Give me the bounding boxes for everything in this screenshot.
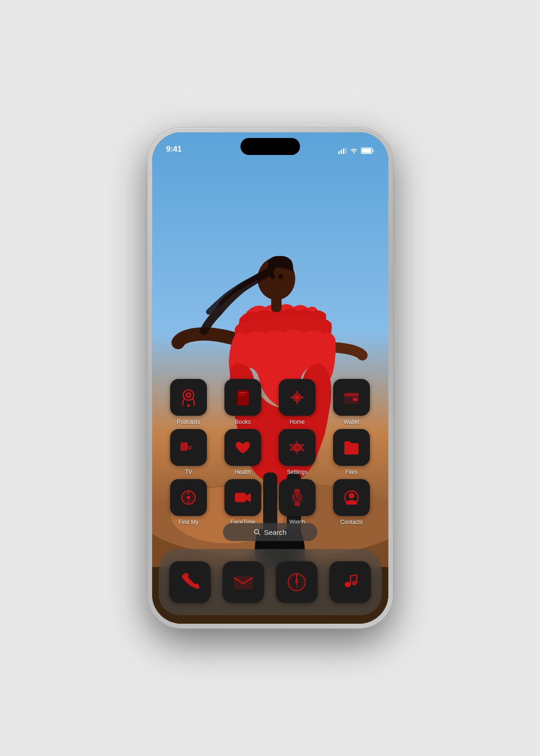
dock-scriptable[interactable] bbox=[276, 561, 317, 603]
findmy-label: Find My bbox=[179, 519, 199, 525]
findmy-icon bbox=[170, 479, 207, 516]
svg-rect-53 bbox=[234, 576, 252, 589]
app-watch[interactable]: Watch bbox=[274, 479, 321, 525]
files-label: Files bbox=[345, 469, 357, 475]
svg-rect-18 bbox=[373, 150, 374, 152]
app-tv[interactable]: tv TV bbox=[165, 429, 212, 475]
podcasts-icon bbox=[170, 379, 207, 416]
dock-music[interactable] bbox=[329, 561, 371, 603]
app-podcasts[interactable]: Podcasts bbox=[165, 379, 212, 425]
app-findmy[interactable]: Find My bbox=[165, 479, 212, 525]
svg-rect-13 bbox=[338, 151, 340, 154]
svg-text:tv: tv bbox=[185, 443, 192, 451]
status-icons bbox=[338, 147, 374, 154]
watch-icon bbox=[279, 479, 316, 516]
battery-icon bbox=[361, 147, 374, 154]
home-label: Home bbox=[290, 419, 305, 425]
app-grid: Podcasts Books bbox=[152, 379, 388, 529]
svg-rect-14 bbox=[341, 150, 342, 154]
app-health[interactable]: Health bbox=[219, 429, 266, 475]
svg-point-12 bbox=[278, 274, 283, 279]
dock-mail-icon bbox=[223, 561, 264, 603]
app-facetime[interactable]: FaceTime bbox=[219, 479, 266, 525]
settings-icon bbox=[279, 429, 316, 466]
search-icon bbox=[254, 529, 260, 535]
dock bbox=[159, 549, 382, 615]
app-row-3: Find My FaceTime bbox=[162, 479, 379, 525]
contacts-icon bbox=[333, 479, 370, 516]
svg-rect-24 bbox=[239, 392, 247, 394]
health-label: Health bbox=[235, 469, 251, 475]
app-books[interactable]: Books bbox=[219, 379, 266, 425]
status-time: 9:41 bbox=[166, 145, 182, 154]
svg-rect-19 bbox=[361, 149, 371, 153]
dock-music-icon bbox=[329, 561, 371, 603]
dynamic-island bbox=[240, 138, 300, 155]
app-wallet[interactable]: Wallet bbox=[328, 379, 375, 425]
search-text: Search bbox=[264, 528, 287, 536]
app-row-2: tv TV Health bbox=[162, 429, 379, 475]
health-icon bbox=[224, 429, 261, 466]
svg-point-22 bbox=[188, 394, 190, 396]
svg-point-39 bbox=[187, 496, 190, 499]
app-row-1: Podcasts Books bbox=[162, 379, 379, 425]
signal-icon bbox=[338, 147, 347, 154]
svg-line-61 bbox=[351, 575, 357, 576]
svg-point-27 bbox=[295, 395, 300, 400]
svg-line-52 bbox=[258, 533, 260, 535]
home-icon bbox=[279, 379, 316, 416]
svg-rect-31 bbox=[353, 398, 358, 401]
svg-point-50 bbox=[349, 493, 354, 498]
dock-phone-icon bbox=[169, 561, 211, 603]
app-home[interactable]: Home bbox=[274, 379, 321, 425]
svg-rect-42 bbox=[235, 493, 246, 502]
books-label: Books bbox=[235, 419, 250, 425]
app-settings[interactable]: Settings bbox=[274, 429, 321, 475]
tv-icon: tv bbox=[170, 429, 207, 466]
svg-rect-23 bbox=[187, 404, 190, 407]
wallet-label: Wallet bbox=[344, 419, 360, 425]
settings-label: Settings bbox=[287, 469, 307, 475]
phone-frame: 9:41 bbox=[147, 128, 393, 628]
svg-rect-30 bbox=[344, 393, 359, 396]
app-files[interactable]: Files bbox=[328, 429, 375, 475]
files-icon bbox=[333, 429, 370, 466]
contacts-label: Contacts bbox=[340, 519, 362, 525]
svg-rect-15 bbox=[343, 148, 344, 154]
svg-rect-16 bbox=[345, 147, 347, 154]
svg-rect-25 bbox=[239, 395, 245, 395]
wallet-icon bbox=[333, 379, 370, 416]
app-contacts[interactable]: Contacts bbox=[328, 479, 375, 525]
dock-scriptable-icon bbox=[276, 561, 317, 603]
facetime-icon bbox=[224, 479, 261, 516]
search-bar[interactable]: Search bbox=[223, 523, 317, 541]
dock-mail[interactable] bbox=[223, 561, 264, 603]
phone-screen: 9:41 bbox=[152, 132, 388, 624]
svg-point-11 bbox=[270, 274, 275, 279]
tv-label: TV bbox=[185, 469, 192, 475]
wifi-icon bbox=[350, 147, 358, 154]
podcasts-label: Podcasts bbox=[177, 419, 200, 425]
dock-phone[interactable] bbox=[169, 561, 211, 603]
books-icon bbox=[224, 379, 261, 416]
